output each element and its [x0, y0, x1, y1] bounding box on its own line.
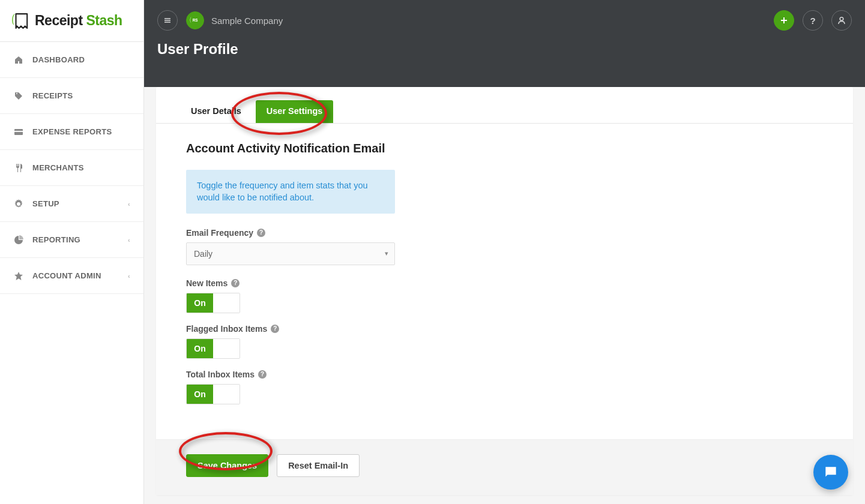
- logo-icon: [11, 11, 31, 31]
- tab-user-details[interactable]: User Details: [180, 100, 252, 123]
- field-email-frequency: Email Frequency? Daily: [186, 228, 823, 265]
- page-title: User Profile: [144, 41, 865, 58]
- user-button[interactable]: [831, 10, 852, 31]
- nav-label: MERCHANTS: [32, 163, 84, 172]
- help-icon[interactable]: ?: [257, 229, 265, 237]
- nav-label: ACCOUNT ADMIN: [32, 271, 101, 280]
- add-button[interactable]: [774, 10, 794, 31]
- label-email-frequency: Email Frequency: [186, 228, 253, 238]
- chevron-left-icon: ‹: [128, 200, 130, 208]
- tab-user-settings[interactable]: User Settings: [256, 100, 333, 123]
- field-total-inbox: Total Inbox Items? On: [186, 370, 823, 404]
- card-footer: Save Changes Reset Email-In: [156, 439, 853, 495]
- sidebar-item-merchants[interactable]: MERCHANTS: [0, 150, 143, 186]
- nav-label: RECEIPTS: [32, 91, 73, 100]
- label-total-inbox: Total Inbox Items: [186, 370, 255, 379]
- nav-label: SETUP: [32, 199, 59, 208]
- svg-text:RS: RS: [193, 18, 198, 22]
- sidebar-item-dashboard[interactable]: DASHBOARD: [0, 42, 143, 78]
- home-icon: [13, 55, 24, 65]
- nav-label: REPORTING: [32, 235, 80, 244]
- svg-rect-1: [14, 131, 23, 132]
- rs-icon: RS: [190, 15, 200, 26]
- tabs: User Details User Settings: [156, 87, 853, 124]
- content: User Details User Settings Account Activ…: [156, 87, 853, 495]
- sidebar-item-expense-reports[interactable]: EXPENSE REPORTS: [0, 114, 143, 150]
- toggle-on-label: On: [187, 293, 213, 313]
- nav-label: DASHBOARD: [32, 55, 85, 64]
- sidebar: Receipt Stash DASHBOARD RECEIPTS EXPENSE…: [0, 0, 144, 504]
- svg-point-8: [840, 17, 843, 21]
- pie-icon: [13, 235, 24, 245]
- field-flagged-inbox: Flagged Inbox Items? On: [186, 324, 823, 359]
- star-icon: [13, 271, 24, 281]
- card: User Details User Settings Account Activ…: [156, 87, 853, 495]
- select-email-frequency[interactable]: Daily: [186, 242, 395, 265]
- company-avatar[interactable]: RS: [186, 11, 204, 29]
- chat-icon: [823, 464, 839, 480]
- toggle-on-label: On: [187, 385, 213, 404]
- nav-label: EXPENSE REPORTS: [32, 127, 112, 136]
- header: RS Sample Company ? User Profile: [144, 0, 865, 87]
- chat-button[interactable]: [813, 455, 848, 490]
- toggle-new-items[interactable]: On: [186, 293, 240, 313]
- save-button[interactable]: Save Changes: [186, 454, 268, 477]
- label-new-items: New Items: [186, 278, 228, 288]
- label-flagged-inbox: Flagged Inbox Items: [186, 324, 267, 334]
- field-new-items: New Items? On: [186, 278, 823, 313]
- sidebar-item-account-admin[interactable]: ACCOUNT ADMIN ‹: [0, 258, 143, 294]
- reset-email-in-button[interactable]: Reset Email-In: [277, 454, 360, 477]
- toggle-on-label: On: [187, 339, 213, 358]
- chevron-left-icon: ‹: [128, 236, 130, 244]
- card-icon: [13, 127, 24, 137]
- help-button[interactable]: ?: [803, 10, 823, 31]
- menu-button[interactable]: [157, 10, 178, 31]
- info-box: Toggle the frequency and item stats that…: [186, 170, 395, 214]
- logo[interactable]: Receipt Stash: [0, 0, 143, 42]
- fork-icon: [13, 163, 24, 173]
- help-icon[interactable]: ?: [258, 370, 267, 379]
- section-title: Account Activity Notification Email: [186, 142, 823, 155]
- sidebar-item-setup[interactable]: SETUP ‹: [0, 186, 143, 222]
- company-name[interactable]: Sample Company: [211, 16, 283, 26]
- toggle-flagged-inbox[interactable]: On: [186, 338, 240, 359]
- sidebar-item-receipts[interactable]: RECEIPTS: [0, 78, 143, 114]
- help-icon[interactable]: ?: [231, 279, 240, 287]
- tag-icon: [13, 91, 24, 101]
- logo-text: Receipt Stash: [35, 13, 122, 29]
- select-value: Daily: [194, 249, 212, 259]
- sidebar-item-reporting[interactable]: REPORTING ‹: [0, 222, 143, 258]
- help-icon[interactable]: ?: [271, 325, 279, 333]
- toggle-total-inbox[interactable]: On: [186, 384, 240, 404]
- chevron-left-icon: ‹: [128, 272, 130, 280]
- gear-icon: [13, 199, 24, 209]
